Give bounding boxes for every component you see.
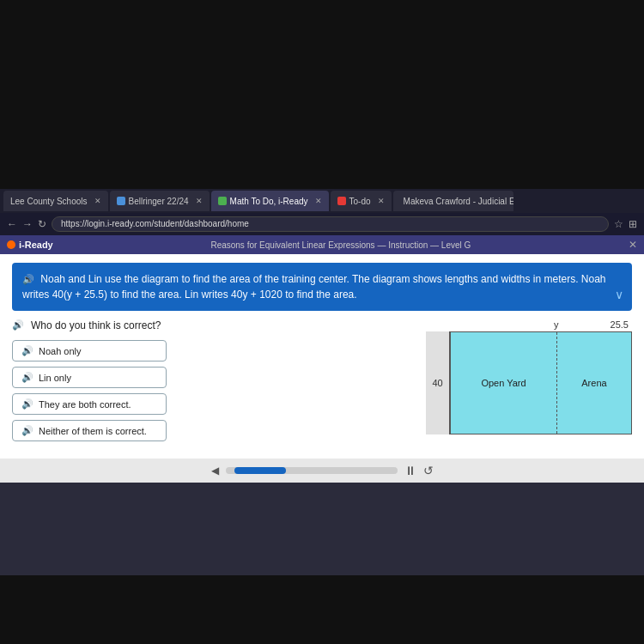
tab-makeva-label: Makeva Crawford - Judicial E [404,197,513,206]
question-text: 🔊 Who do you think is correct? [12,319,416,331]
address-bar: ← → ↻ https://login.i-ready.com/student/… [0,213,644,235]
question-label: Who do you think is correct? [31,319,161,331]
tab-bar: Lee County Schools ✕ Bellringer 22/24 ✕ … [0,189,644,213]
bottom-background [0,575,644,644]
option4-label: Neither of them is correct. [39,426,147,436]
tab-favicon-4 [337,197,346,205]
bookmark-button[interactable]: ☆ [614,218,623,230]
iready-logo: i-Ready [7,240,53,250]
tab-todo[interactable]: To-do ✕ [331,191,392,211]
option-both-correct[interactable]: 🔊 They are both correct. [12,393,167,415]
tab-makeva[interactable]: Makeva Crawford - Judicial E ✕ [393,191,513,211]
option-neither-correct[interactable]: 🔊 Neither of them is correct. [12,420,167,441]
tab-lee-county[interactable]: Lee County Schools ✕ [3,191,108,211]
extensions-button[interactable]: ⊞ [629,218,637,230]
back-button[interactable]: ← [7,218,17,230]
tab-mathToDo[interactable]: Math To Do, i-Ready ✕ [211,191,329,211]
option3-label: They are both correct. [39,399,131,410]
scrollbar-thumb[interactable] [234,467,286,474]
diagram-40-label: 40 [426,331,450,434]
diagram-cells: Open Yard Arena [451,332,631,434]
question-left: 🔊 Who do you think is correct? 🔊 Noah on… [12,319,416,447]
iready-bar: i-Ready Reasons for Equivalent Linear Ex… [0,235,644,254]
option1-sound-icon: 🔊 [21,345,33,356]
option2-sound-icon: 🔊 [21,372,33,383]
tab-lee-county-label: Lee County Schools [10,197,88,206]
diagram-rectangle: Open Yard Arena [450,331,632,434]
option1-label: Noah only [39,346,82,356]
scrollbar-area: ◀ ⏸ ↺ [0,459,644,483]
question-sound-icon[interactable]: 🔊 [12,319,24,331]
diagram-y-label: y [554,319,559,330]
instruction-text: Noah and Lin use the diagram to find the… [22,273,606,301]
reload-button[interactable]: ↻ [38,218,46,230]
scroll-left-arrow[interactable]: ◀ [211,465,219,477]
option-noah-only[interactable]: 🔊 Noah only [12,340,167,361]
page-content: i-Ready Reasons for Equivalent Linear Ex… [0,235,644,483]
lesson-content: 🔊 Noah and Lin use the diagram to find t… [0,254,644,459]
tab-close-4[interactable]: ✕ [378,197,385,205]
question-area: 🔊 Who do you think is correct? 🔊 Noah on… [12,319,632,447]
option4-sound-icon: 🔊 [21,425,33,436]
tab-close-1[interactable]: ✕ [94,197,101,205]
option-lin-only[interactable]: 🔊 Lin only [12,367,167,388]
diagram-cell-open-yard: Open Yard [451,332,557,434]
refresh-button[interactable]: ↺ [423,464,434,477]
tab-close-2[interactable]: ✕ [196,197,203,205]
iready-close-button[interactable]: ✕ [629,239,637,251]
iready-header-title: Reasons for Equivalent Linear Expression… [210,240,471,250]
scrollbar-track[interactable] [226,467,398,474]
iready-logo-text: i-Ready [19,240,53,250]
tab-bellringer-label: Bellringer 22/24 [129,197,189,206]
diagram-25-label: 25.5 [611,319,629,330]
instruction-box: 🔊 Noah and Lin use the diagram to find t… [12,263,632,311]
iready-dot [7,240,15,249]
top-background [0,0,644,189]
option2-label: Lin only [39,373,71,383]
option3-sound-icon: 🔊 [21,398,33,410]
tab-todo-label: To-do [349,197,371,206]
pause-button[interactable]: ⏸ [404,464,416,477]
tab-favicon-2 [117,197,125,205]
diagram-cell-arena: Arena [557,332,631,434]
forward-button[interactable]: → [22,218,33,230]
tab-bellringer[interactable]: Bellringer 22/24 ✕ [110,191,210,211]
diagram-top-labels: y 25.5 [426,319,632,330]
tab-close-3[interactable]: ✕ [315,197,322,205]
instruction-sound-icon[interactable]: 🔊 [22,272,34,287]
tab-favicon-3 [218,197,227,205]
diagram-area: y 25.5 40 Open Yard Arena [426,319,632,434]
tab-math-label: Math To Do, i-Ready [230,197,308,206]
browser-window: Lee County Schools ✕ Bellringer 22/24 ✕ … [0,189,644,575]
address-input[interactable]: https://login.i-ready.com/student/dashbo… [52,216,609,232]
chevron-down-icon[interactable]: ∨ [615,286,623,304]
